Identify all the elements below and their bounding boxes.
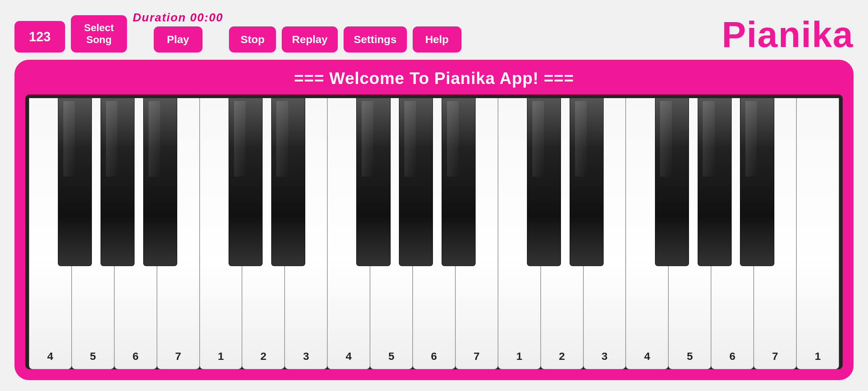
top-left-controls: 123 Select Song Duration 00:00 Play Stop…	[14, 11, 461, 52]
black-key-9[interactable]	[527, 98, 561, 266]
welcome-text: === Welcome To Pianika App! ===	[25, 68, 843, 88]
piano-container: === Welcome To Pianika App! === 45671234…	[14, 60, 854, 380]
replay-button[interactable]: Replay	[282, 26, 337, 52]
white-key-label-18: 7	[772, 350, 778, 362]
black-key-10[interactable]	[570, 98, 604, 266]
white-key-label-15: 4	[644, 350, 650, 362]
black-key-11[interactable]	[655, 98, 689, 266]
duration-group: Duration 00:00 Play	[133, 11, 223, 52]
black-key-2[interactable]	[101, 98, 135, 266]
white-key-label-19: 1	[815, 350, 821, 362]
white-key-label-17: 6	[729, 350, 736, 362]
white-key-label-2: 5	[90, 350, 96, 362]
settings-button[interactable]: Settings	[344, 26, 407, 52]
white-key-label-16: 5	[687, 350, 693, 362]
white-key-label-14: 3	[601, 350, 608, 362]
white-key-label-1: 4	[47, 350, 54, 362]
black-key-3[interactable]	[143, 98, 177, 266]
black-key-6[interactable]	[356, 98, 390, 266]
black-key-5[interactable]	[271, 98, 305, 266]
black-key-4[interactable]	[229, 98, 263, 266]
white-key-label-7: 3	[303, 350, 309, 362]
white-key-label-9: 5	[388, 350, 395, 362]
black-key-1[interactable]	[58, 98, 92, 266]
number-button[interactable]: 123	[14, 21, 65, 52]
black-key-12[interactable]	[698, 98, 732, 266]
white-key-label-11: 7	[474, 350, 480, 362]
white-key-label-13: 2	[559, 350, 565, 362]
stop-button[interactable]: Stop	[229, 26, 276, 52]
select-song-button[interactable]: Select Song	[71, 15, 127, 52]
white-key-label-8: 4	[346, 350, 352, 362]
keys-wrapper: 4567123456712345671	[29, 98, 839, 369]
black-key-7[interactable]	[399, 98, 433, 266]
black-key-13[interactable]	[740, 98, 774, 266]
white-key-label-10: 6	[431, 350, 437, 362]
play-button[interactable]: Play	[154, 26, 203, 52]
piano-keyboard: 4567123456712345671	[25, 94, 843, 369]
duration-label: Duration 00:00	[133, 11, 223, 24]
top-bar: 123 Select Song Duration 00:00 Play Stop…	[14, 11, 854, 52]
white-key-label-12: 1	[516, 350, 522, 362]
black-key-8[interactable]	[442, 98, 476, 266]
white-key-label-4: 7	[175, 350, 181, 362]
help-button[interactable]: Help	[413, 26, 461, 52]
white-key-label-5: 1	[218, 350, 224, 362]
app-title: Pianika	[722, 16, 854, 52]
white-key-label-3: 6	[132, 350, 139, 362]
white-key-19[interactable]: 1	[796, 98, 839, 369]
white-key-label-6: 2	[260, 350, 267, 362]
